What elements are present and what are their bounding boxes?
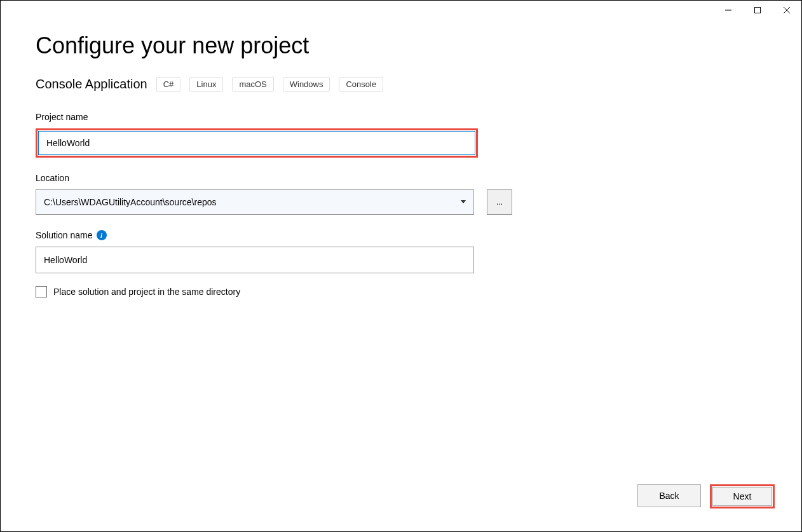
next-button-highlight: Next: [710, 484, 775, 508]
tag-platform-linux: Linux: [189, 77, 223, 92]
window-controls: [714, 1, 801, 20]
same-directory-checkbox[interactable]: [36, 286, 47, 297]
info-icon[interactable]: i: [97, 230, 107, 240]
tag-project-type: Console: [339, 77, 383, 92]
template-name: Console Application: [36, 77, 147, 92]
location-dropdown[interactable]: C:\Users\WDAGUtilityAccount\source\repos: [36, 189, 474, 215]
svg-rect-1: [755, 8, 761, 13]
solution-name-input[interactable]: [36, 247, 474, 273]
project-name-input[interactable]: [38, 131, 475, 155]
close-button[interactable]: [772, 1, 801, 20]
browse-button[interactable]: ...: [487, 189, 512, 215]
tag-platform-macos: macOS: [232, 77, 273, 92]
tag-platform-windows: Windows: [283, 77, 330, 92]
same-directory-row: Place solution and project in the same d…: [36, 286, 766, 297]
project-name-highlight: [36, 128, 478, 158]
solution-name-label-text: Solution name: [36, 230, 93, 240]
tag-language: C#: [156, 77, 181, 92]
back-button[interactable]: Back: [637, 484, 701, 507]
location-value: C:\Users\WDAGUtilityAccount\source\repos: [44, 197, 217, 207]
footer-buttons: Back Next: [637, 484, 775, 508]
minimize-button[interactable]: [714, 1, 743, 20]
page-title: Configure your new project: [36, 32, 766, 59]
location-label: Location: [36, 173, 766, 183]
same-directory-label: Place solution and project in the same d…: [53, 287, 240, 297]
project-name-label: Project name: [36, 112, 766, 122]
maximize-button[interactable]: [743, 1, 772, 20]
solution-name-label: Solution name i: [36, 230, 766, 240]
next-button[interactable]: Next: [712, 487, 772, 506]
template-info-row: Console Application C# Linux macOS Windo…: [36, 77, 766, 92]
